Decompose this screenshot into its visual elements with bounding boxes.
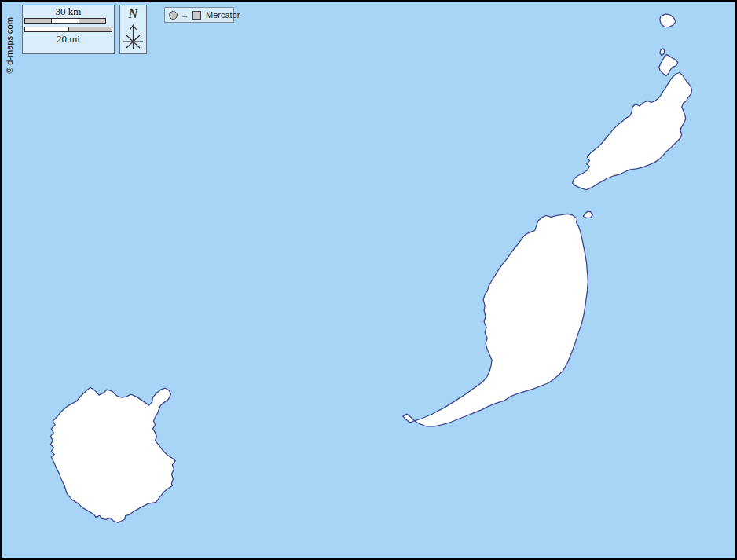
island-montana-clara: [660, 49, 665, 56]
scale-bar-km: [24, 18, 106, 24]
island-alegranza: [660, 14, 676, 27]
projection-panel: → Mercator: [164, 7, 234, 23]
scale-km-segment: [79, 19, 105, 23]
island-la-graciosa: [659, 55, 678, 76]
compass-panel: N: [119, 5, 147, 54]
scale-km-segment: [51, 19, 78, 23]
island-lobos: [583, 211, 592, 218]
compass-arrow-icon: [120, 21, 146, 53]
island-gran-canaria: [50, 387, 175, 522]
map-canvas: © d-maps.com 30 km 20 mi N →: [0, 0, 737, 560]
copyright-text: © d-maps.com: [5, 17, 14, 74]
map-sea: [2, 2, 735, 558]
scale-panel: 30 km 20 mi: [22, 5, 115, 54]
projection-circle-icon: [169, 11, 178, 20]
scale-km-segment: [25, 19, 51, 23]
projection-arrow-icon: →: [181, 11, 189, 20]
scale-bar-mi: [24, 27, 112, 32]
projection-label: Mercator: [206, 10, 240, 20]
compass-north-label: N: [120, 7, 146, 21]
scale-mi-segment: [25, 27, 68, 31]
island-fuerteventura: [403, 214, 588, 426]
copyright: © d-maps.com: [2, 6, 16, 85]
projection-square-icon: [192, 11, 201, 20]
island-lanzarote: [573, 72, 692, 189]
scale-km-label: 30 km: [23, 5, 114, 17]
scale-mi-segment: [68, 27, 112, 31]
scale-mi-label: 20 mi: [23, 33, 114, 45]
